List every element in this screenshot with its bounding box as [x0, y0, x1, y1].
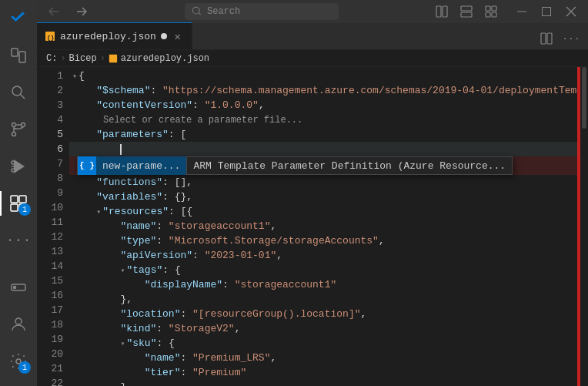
tab-close-button[interactable]: ✕ [172, 30, 184, 42]
code-line-6: { } new-parame... ARM Template Parameter… [69, 156, 580, 175]
svg-rect-24 [492, 6, 496, 11]
code-colon-19: : [180, 352, 192, 364]
svg-point-5 [22, 123, 25, 127]
title-search-box[interactable]: Search [185, 3, 339, 20]
code-key-10: "name" [120, 220, 156, 232]
code-line-11: "type" : "Microsoft.Storage/storageAccou… [69, 233, 580, 248]
code-indent-14 [72, 279, 145, 290]
more-actions-button[interactable]: ··· [560, 28, 582, 49]
code-key-14: "displayName" [145, 279, 222, 290]
code-key-18: "sku" [126, 337, 156, 349]
svg-rect-13 [11, 204, 18, 211]
code-brace-1: { [79, 70, 85, 82]
code-colon-7: : [162, 176, 175, 188]
code-line-4: "parameters" : [ [69, 127, 580, 142]
sidebar-item-scm[interactable] [0, 111, 37, 148]
win-close-btn[interactable] [560, 1, 582, 22]
code-line-8: "variables" : {} , [69, 190, 580, 204]
svg-rect-34 [547, 33, 552, 44]
code-editor[interactable]: ▾ { "$schema" : "https://schema.manageme… [69, 67, 580, 386]
remote-icon-button[interactable] [0, 269, 37, 306]
code-indent-3 [72, 99, 96, 111]
code-line-17: "kind" : "StorageV2" , [69, 321, 580, 336]
svg-rect-25 [486, 12, 490, 17]
sidebar-item-search[interactable] [0, 74, 37, 111]
breadcrumb-item-bicep[interactable]: Bicep [69, 53, 97, 64]
sidebar-item-more[interactable]: ··· [0, 222, 37, 259]
code-comma-17: , [235, 323, 241, 334]
code-colon-11: : [156, 235, 169, 247]
line-num-21: 21 [37, 361, 63, 376]
code-indent-17 [72, 323, 120, 334]
svg-rect-20 [443, 6, 447, 17]
code-key-7: "functions" [96, 176, 162, 188]
settings-icon-button[interactable]: 1 [0, 343, 37, 380]
code-line-21: } [69, 380, 580, 386]
code-colon-16: : [180, 308, 192, 320]
svg-line-3 [21, 95, 25, 99]
code-indent-10 [72, 220, 120, 232]
line-num-14: 14 [37, 259, 63, 274]
layout-btn-3[interactable] [480, 1, 502, 22]
code-val-10: "storageaccount1" [169, 220, 271, 232]
scrollbar-track[interactable] [580, 67, 588, 386]
tab-azuredeploy-json[interactable]: {} azuredeploy.json ✕ [37, 22, 192, 49]
win-minimize-btn[interactable] [511, 1, 533, 22]
autocomplete-popup[interactable]: { } new-parame... ARM Template Parameter… [77, 156, 513, 175]
line-numbers: 1 2 3 4 5 6 7 8 9 10 11 12 13 14 15 16 1… [37, 67, 69, 386]
code-brace-18: { [169, 337, 175, 349]
line-num-10: 10 [37, 200, 63, 215]
svg-text:{}: {} [47, 34, 55, 41]
code-comma-16: , [360, 308, 366, 320]
breadcrumb-sep-2: › [100, 53, 105, 64]
vscode-logo-button[interactable] [0, 0, 37, 37]
code-line-9: ▾ "resources" : [{ [69, 204, 580, 219]
svg-rect-26 [492, 12, 496, 17]
breadcrumb-item-file[interactable]: azuredeploy.json [121, 53, 209, 64]
code-line-13: ▾ "tags" : { [69, 263, 580, 277]
layout-btn-1[interactable] [431, 1, 453, 22]
layout-btn-2[interactable] [456, 1, 477, 22]
fold-18[interactable]: ▾ [120, 339, 125, 348]
fold-1[interactable]: ▾ [72, 72, 77, 81]
sidebar-item-explorer[interactable] [0, 37, 37, 74]
svg-point-2 [12, 86, 22, 96]
code-colon-13: : [162, 264, 175, 276]
title-bar-center: Search [92, 3, 431, 20]
win-maximize-btn[interactable] [536, 1, 557, 22]
svg-rect-23 [486, 6, 490, 11]
svg-rect-1 [19, 52, 25, 62]
sidebar-item-debug[interactable] [0, 148, 37, 185]
code-indent-21 [72, 381, 120, 386]
autocomplete-description: ARM Template Parameter Definition (Azure… [187, 156, 512, 175]
code-indent-11 [72, 235, 120, 247]
code-key-4: "parameters" [96, 129, 169, 140]
autocomplete-label: new-parame... [96, 156, 187, 175]
fold-9[interactable]: ▾ [96, 207, 101, 216]
line-num-1: 1 [37, 69, 63, 83]
split-editor-button[interactable] [536, 28, 557, 49]
code-line-20: "tier" : "Premium" [69, 365, 580, 380]
scrollbar-thumb[interactable] [582, 67, 586, 129]
account-icon-button[interactable] [0, 306, 37, 343]
line-num-11: 11 [37, 215, 63, 230]
code-line-5 [69, 142, 580, 156]
breadcrumb: C: › Bicep › azuredeploy.json [37, 50, 588, 67]
code-val-12: "2023-01-01" [205, 250, 277, 261]
sidebar-item-extensions[interactable]: 1 [0, 185, 37, 222]
code-line-18: ▾ "sku" : { [69, 336, 580, 351]
breadcrumb-item-c[interactable]: C: [46, 53, 57, 64]
nav-back-button[interactable] [43, 1, 65, 22]
code-indent-16 [72, 308, 120, 320]
autocomplete-desc-text: ARM Template Parameter Definition (Azure… [193, 160, 506, 172]
title-bar-left [43, 1, 92, 22]
code-key-11: "type" [120, 235, 156, 247]
code-val-2: "https://schema.management.azure.com/sch… [162, 85, 580, 96]
tabs-bar: {} azuredeploy.json ✕ ··· [37, 23, 588, 50]
fold-13[interactable]: ▾ [120, 266, 125, 275]
nav-forward-button[interactable] [71, 1, 92, 22]
svg-point-16 [14, 287, 16, 289]
code-key-13: "tags" [126, 264, 162, 276]
line-num-4: 4 [37, 112, 63, 127]
code-colon-14: : [222, 279, 235, 290]
